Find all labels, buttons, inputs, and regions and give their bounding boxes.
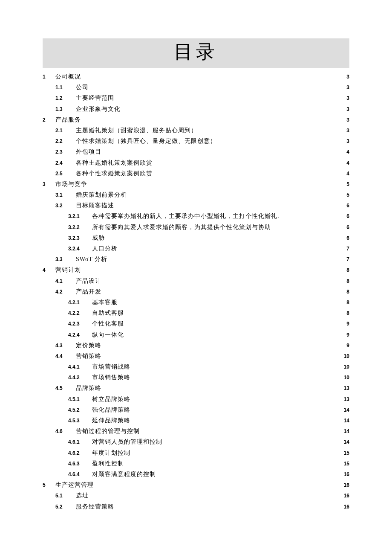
toc-entry[interactable]: 4.6.2年度计划控制15 — [43, 447, 349, 458]
toc-entry[interactable]: 4.6.3盈利性控制15 — [43, 458, 349, 469]
toc-number: 1.3 — [55, 105, 76, 114]
toc-entry[interactable]: 5生产运营管理16 — [43, 479, 349, 490]
toc-label: 纵向一体化 — [92, 329, 124, 340]
toc-label: 品牌策略 — [76, 383, 101, 393]
toc-entry[interactable]: 5.2服务经营策略16 — [43, 501, 349, 512]
toc-page: 10 — [343, 363, 349, 372]
toc-page: 14 — [343, 406, 349, 415]
toc-entry[interactable]: 4.6营销过程的管理与控制14 — [43, 426, 349, 436]
toc-entry[interactable]: 4.5.1树立品牌策略13 — [43, 394, 349, 404]
toc-label: 服务经营策略 — [76, 501, 114, 512]
toc-entry[interactable]: 4.3定价策略9 — [43, 340, 349, 351]
toc-entry[interactable]: 3.2目标顾客描述6 — [43, 200, 349, 211]
toc-entry[interactable]: 4营销计划8 — [43, 264, 349, 275]
toc-label: 生产运营管理 — [55, 479, 94, 490]
toc-number: 1 — [43, 73, 55, 82]
toc-entry[interactable]: 3.2.1各种需要举办婚礼的新人，主要承办中小型婚礼，主打个性化婚礼.6 — [43, 211, 349, 221]
toc-label: 营销计划 — [55, 264, 81, 275]
toc-entry[interactable]: 1.1公司3 — [43, 82, 349, 93]
toc-entry[interactable]: 4.2产品开发8 — [43, 286, 349, 297]
toc-entry[interactable]: 4.2.3个性化客服9 — [43, 318, 349, 329]
toc-page: 9 — [346, 320, 349, 329]
toc-entry[interactable]: 4.5.2强化品牌策略14 — [43, 404, 349, 415]
toc-number: 4.4 — [55, 352, 76, 361]
toc-number: 2.4 — [55, 159, 76, 168]
toc-entry[interactable]: 2.1主题婚礼策划（甜蜜浪漫、服务贴心周到）3 — [43, 125, 349, 136]
toc-entry[interactable]: 2.5各种个性求婚策划案例欣赏4 — [43, 168, 349, 179]
toc-page: 16 — [343, 491, 349, 501]
toc-label: 年度计划控制 — [92, 447, 130, 458]
toc-number: 4.2.3 — [68, 320, 92, 329]
toc-entry[interactable]: 3.2.4人口分析7 — [43, 243, 349, 254]
toc-entry[interactable]: 5.1选址16 — [43, 490, 349, 501]
toc-entry[interactable]: 4.6.1对营销人员的管理和控制14 — [43, 436, 349, 447]
toc-entry[interactable]: 3.1婚庆策划前景分析5 — [43, 189, 349, 200]
toc-page: 13 — [343, 395, 349, 404]
toc-page: 16 — [343, 481, 349, 490]
toc-label: 延伸品牌策略 — [92, 415, 130, 426]
toc-entry[interactable]: 4.5品牌策略13 — [43, 383, 349, 393]
toc-label: 对顾客满意程度的控制 — [92, 469, 156, 479]
toc-title: 目录 — [174, 41, 218, 62]
toc-label: 强化品牌策略 — [92, 404, 130, 415]
toc-page: 15 — [343, 459, 349, 469]
toc-entry[interactable]: 3市场与竞争5 — [43, 179, 349, 189]
toc-page: 8 — [346, 266, 349, 275]
toc-title-block: 目录 — [43, 38, 349, 68]
toc-entry[interactable]: 4.4.1市场营销战略10 — [43, 361, 349, 372]
toc-entry[interactable]: 4.2.1基本客服8 — [43, 297, 349, 308]
toc-number: 3.2 — [55, 201, 76, 211]
toc-number: 4 — [43, 266, 55, 275]
toc-entry[interactable]: 4.1产品设计8 — [43, 276, 349, 286]
toc-label: 目标顾客描述 — [76, 200, 114, 211]
toc-entry[interactable]: 2.2个性求婚策划（独具匠心、量身定做、无限创意）3 — [43, 136, 349, 146]
toc-number: 3.2.2 — [68, 223, 92, 232]
toc-entry[interactable]: 1公司概况3 — [43, 71, 349, 82]
toc-number: 3.2.1 — [68, 212, 92, 221]
table-of-contents: 1公司概况31.1公司31.2主要经营范围31.3企业形象与文化32产品服务32… — [43, 71, 349, 512]
toc-entry[interactable]: 4.6.4对顾客满意程度的控制16 — [43, 469, 349, 479]
toc-entry[interactable]: 3.2.3威胁6 — [43, 232, 349, 243]
toc-number: 4.1 — [55, 277, 76, 286]
toc-entry[interactable]: 4.4营销策略10 — [43, 351, 349, 361]
toc-page: 4 — [346, 159, 349, 168]
toc-page: 16 — [343, 470, 349, 479]
toc-number: 5.2 — [55, 503, 76, 512]
toc-number: 4.5.3 — [68, 416, 92, 426]
toc-number: 4.4.2 — [68, 373, 92, 383]
toc-page: 8 — [346, 288, 349, 297]
toc-number: 4.5.1 — [68, 395, 92, 404]
toc-page: 16 — [343, 503, 349, 512]
toc-number: 5.1 — [55, 491, 76, 501]
toc-number: 4.3 — [55, 341, 76, 351]
toc-label: 各种个性求婚策划案例欣赏 — [76, 168, 153, 179]
toc-number: 4.2.4 — [68, 331, 92, 340]
toc-entry[interactable]: 3.2.2所有需要向其爱人求爱求婚的顾客，为其提供个性化策划与协助6 — [43, 222, 349, 232]
toc-number: 1.2 — [55, 94, 76, 103]
toc-entry[interactable]: 2.3外包项目4 — [43, 146, 349, 157]
toc-number: 2.5 — [55, 169, 76, 179]
toc-entry[interactable]: 2产品服务3 — [43, 114, 349, 125]
toc-page: 13 — [343, 384, 349, 393]
toc-entry[interactable]: 1.3企业形象与文化3 — [43, 104, 349, 114]
toc-label: 营销过程的管理与控制 — [76, 426, 140, 436]
toc-entry[interactable]: 3.3SWoT 分析7 — [43, 254, 349, 264]
toc-label: 公司 — [76, 82, 89, 93]
toc-entry[interactable]: 4.5.3延伸品牌策略14 — [43, 415, 349, 426]
toc-page: 9 — [346, 341, 349, 351]
toc-entry[interactable]: 1.2主要经营范围3 — [43, 93, 349, 103]
toc-number: 4.6.2 — [68, 449, 92, 458]
toc-entry[interactable]: 2.4各种主题婚礼策划案例欣赏4 — [43, 157, 349, 168]
toc-label: 主要经营范围 — [76, 93, 114, 103]
toc-label: 主题婚礼策划（甜蜜浪漫、服务贴心周到） — [76, 125, 197, 136]
toc-entry[interactable]: 4.2.2自助式客服8 — [43, 308, 349, 318]
toc-page: 3 — [346, 116, 349, 125]
toc-label: 市场与竞争 — [55, 179, 87, 189]
toc-page: 15 — [343, 449, 349, 458]
toc-page: 8 — [346, 309, 349, 318]
toc-entry[interactable]: 4.4.2市场销售策略10 — [43, 372, 349, 383]
toc-number: 4.6.3 — [68, 459, 92, 469]
toc-page: 7 — [346, 244, 349, 254]
toc-entry[interactable]: 4.2.4纵向一体化9 — [43, 329, 349, 340]
toc-page: 4 — [346, 169, 349, 179]
